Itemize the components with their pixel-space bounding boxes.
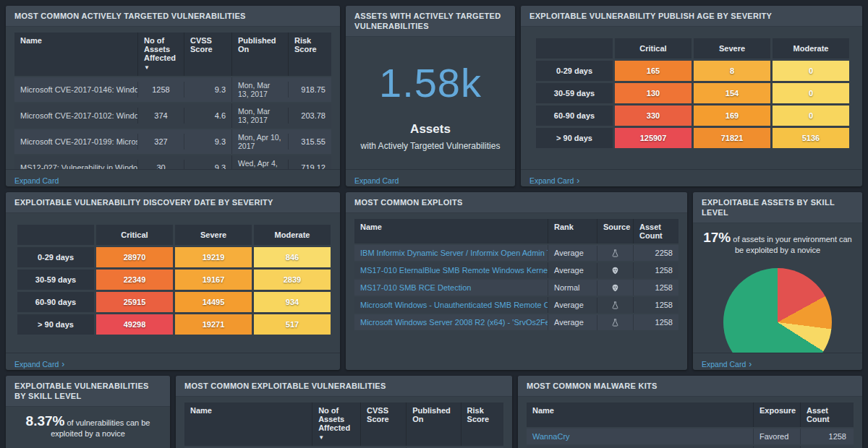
table-row[interactable]: Microsoft CVE-2017-0102: Windows ... 374… xyxy=(14,103,331,128)
col-header-rank[interactable]: Rank xyxy=(548,219,597,244)
col-header-published[interactable]: Published On xyxy=(231,33,288,76)
heatmap-col-moderate: Moderate xyxy=(773,38,849,59)
col-header-asset-count[interactable]: Asset Count xyxy=(633,219,678,244)
expand-card-link[interactable]: Expand Card xyxy=(14,360,59,369)
table-row[interactable]: Microsoft Windows Server 2008 R2 (x64) -… xyxy=(354,314,678,330)
heatmap-cell[interactable]: 846 xyxy=(254,247,331,267)
card-title: ASSETS WITH ACTIVELY TARGETED VULNERABIL… xyxy=(346,6,515,37)
col-header-risk[interactable]: Risk Score xyxy=(288,33,331,76)
heatmap-corner xyxy=(17,225,94,245)
heatmap-cell[interactable]: 25915 xyxy=(96,292,173,312)
targeted-vulns-table: Name No of Assets Affected ▼ CVSS Score … xyxy=(14,33,331,169)
col-header-asset-count[interactable]: Asset Count xyxy=(800,402,852,427)
heatmap-row-label: 60-90 days xyxy=(536,105,613,126)
heatmap-cell[interactable]: 934 xyxy=(254,292,331,312)
heatmap-cell[interactable]: 330 xyxy=(615,105,692,126)
expand-card-link[interactable]: Expand Card xyxy=(14,176,59,185)
table-row[interactable]: MS17-010 SMB RCE Detection Normal 1258 xyxy=(354,280,678,296)
heatmap-row-label: 0-29 days xyxy=(536,61,613,81)
heatmap-cell[interactable]: 130 xyxy=(615,83,692,103)
heatmap-cell[interactable]: 19271 xyxy=(175,314,252,335)
col-header-cvss[interactable]: CVSS Score xyxy=(184,33,231,76)
heatmap-cell[interactable]: 14495 xyxy=(175,292,252,312)
sort-desc-icon: ▼ xyxy=(318,434,324,441)
table-row[interactable]: Microsoft CVE-2017-0146: Windows ... 125… xyxy=(14,77,331,102)
col-header-assets-sorted[interactable]: No of Assets Affected ▼ xyxy=(137,33,184,76)
heatmap-cell[interactable]: 22349 xyxy=(96,270,173,290)
card-publish-age: EXPLOITABLE VULNERABILITY PUBLISH AGE BY… xyxy=(521,6,862,186)
skill-summary: 8.37%of vulnerabilities can be exploited… xyxy=(13,415,163,439)
heatmap-corner xyxy=(536,38,613,59)
table-row[interactable]: IBM Informix Dynamic Server / Informix O… xyxy=(354,245,678,261)
col-header-name[interactable]: Name xyxy=(354,219,548,244)
heatmap-cell[interactable]: 28970 xyxy=(96,247,173,267)
table-row[interactable]: WannaCry Favored 1258 xyxy=(527,428,854,444)
asset-count-label: Assets xyxy=(346,122,515,137)
flask-icon xyxy=(597,315,633,330)
table-row[interactable]: Microsoft CVE-2017-0199: Microsoft ... 3… xyxy=(14,129,331,154)
card-title: MOST COMMON MALWARE KITS xyxy=(518,376,862,397)
heatmap-cell[interactable]: 0 xyxy=(773,83,849,103)
heatmap-cell[interactable]: 0 xyxy=(773,61,849,81)
expand-card-link[interactable]: Expand Card xyxy=(354,176,399,185)
card-targeted-vulnerabilities: MOST COMMON ACTIVELY TARGETED VULNERABIL… xyxy=(6,6,340,186)
heatmap-cell[interactable]: 0 xyxy=(773,105,849,126)
chevron-right-icon: › xyxy=(61,359,64,369)
col-header-exposure[interactable]: Exposure xyxy=(753,402,800,427)
expand-card-link[interactable]: Expand Card xyxy=(702,360,746,369)
heatmap-cell[interactable]: 49298 xyxy=(96,314,173,335)
exploit-name-link[interactable]: Microsoft Windows Server 2008 R2 (x64) -… xyxy=(354,314,548,330)
table-header: Name Rank Source Asset Count xyxy=(354,219,678,244)
heatmap-cell[interactable]: 8 xyxy=(694,61,770,81)
card-common-exploits: MOST COMMON EXPLOITS Name Rank Source As… xyxy=(346,192,687,370)
card-assets-by-skill: EXPLOITABLE ASSETS BY SKILL LEVEL 17%of … xyxy=(693,192,862,370)
col-header-name[interactable]: Name xyxy=(527,402,753,427)
heatmap-cell[interactable]: 19219 xyxy=(175,247,252,267)
flask-icon xyxy=(597,298,633,313)
col-header-published[interactable]: Published On xyxy=(406,402,460,446)
col-header-source[interactable]: Source xyxy=(597,219,633,244)
expand-card-link[interactable]: Expand Card xyxy=(529,176,574,185)
heatmap-cell[interactable]: 169 xyxy=(694,105,770,126)
card-vulns-by-skill: EXPLOITABLE VULNERABILITIES BY SKILL LEV… xyxy=(6,376,170,448)
table-header: Name No of Assets Affected ▼ CVSS Score … xyxy=(184,402,503,446)
severity-heatmap: Critical Severe Moderate 0-29 days 165 8… xyxy=(536,38,847,148)
heatmap-col-critical: Critical xyxy=(96,225,173,245)
heatmap-col-moderate: Moderate xyxy=(254,225,331,245)
col-header-cvss[interactable]: CVSS Score xyxy=(360,402,406,446)
heatmap-cell[interactable]: 165 xyxy=(615,61,692,81)
card-title: EXPLOITABLE VULNERABILITY DISCOVERY DATE… xyxy=(6,192,340,213)
exploit-name-link[interactable]: MS17-010 SMB RCE Detection xyxy=(354,280,548,296)
heatmap-row-label: 30-59 days xyxy=(536,83,613,103)
heatmap-cell[interactable]: 125907 xyxy=(615,128,692,148)
heatmap-row-label: 0-29 days xyxy=(17,247,94,267)
heatmap-cell[interactable]: 19167 xyxy=(175,270,252,290)
heatmap-cell[interactable]: 5136 xyxy=(773,128,849,148)
table-header: Name No of Assets Affected ▼ CVSS Score … xyxy=(14,33,331,76)
heatmap-cell[interactable]: 154 xyxy=(694,83,770,103)
heatmap-cell[interactable]: 2839 xyxy=(254,270,331,290)
table-row[interactable]: MS12-027: Vulnerability in Windows C... … xyxy=(14,155,331,169)
col-header-assets-sorted[interactable]: No of Assets Affected ▼ xyxy=(312,402,360,446)
exploits-table: Name Rank Source Asset Count IBM Informi… xyxy=(354,219,678,330)
col-header-name[interactable]: Name xyxy=(184,402,312,446)
card-title: EXPLOITABLE ASSETS BY SKILL LEVEL xyxy=(693,192,862,223)
col-header-risk[interactable]: Risk Score xyxy=(461,402,503,446)
col-header-name[interactable]: Name xyxy=(14,33,137,76)
card-title: MOST COMMON EXPLOITABLE VULNERABILITIES xyxy=(176,376,512,397)
exploit-name-link[interactable]: MS17-010 EternalBlue SMB Remote Windows … xyxy=(354,262,548,278)
skill-pie-chart[interactable] xyxy=(723,268,832,353)
heatmap-col-severe: Severe xyxy=(175,225,252,245)
malware-name-link[interactable]: WannaCry xyxy=(527,428,753,444)
exploit-name-link[interactable]: Microsoft Windows - Unauthenticated SMB … xyxy=(354,297,548,313)
card-title: MOST COMMON EXPLOITS xyxy=(346,192,687,213)
severity-heatmap: Critical Severe Moderate 0-29 days 28970… xyxy=(17,225,328,335)
table-row[interactable]: Microsoft Windows - Unauthenticated SMB … xyxy=(354,297,678,313)
dashboard: MOST COMMON ACTIVELY TARGETED VULNERABIL… xyxy=(0,0,868,448)
heatmap-cell[interactable]: 71821 xyxy=(694,128,770,148)
heatmap-cell[interactable]: 517 xyxy=(254,314,331,335)
exploit-name-link[interactable]: IBM Informix Dynamic Server / Informix O… xyxy=(354,245,548,261)
table-header: Name Exposure Asset Count xyxy=(527,402,854,427)
heatmap-row-label: 60-90 days xyxy=(17,292,94,312)
table-row[interactable]: MS17-010 EternalBlue SMB Remote Windows … xyxy=(354,262,678,278)
